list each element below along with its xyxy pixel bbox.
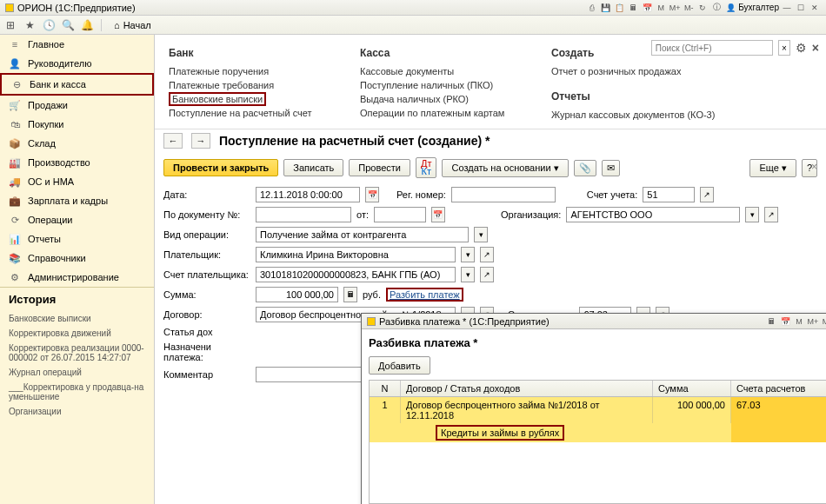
- calc2-icon[interactable]: 🖩: [343, 287, 357, 302]
- payer-open-icon[interactable]: ↗: [480, 247, 494, 262]
- sidebar-item-11[interactable]: 📚Справочники: [0, 249, 154, 268]
- conduct-close-button[interactable]: Провести и закрыть: [163, 159, 278, 176]
- add-button[interactable]: Добавить: [369, 356, 430, 375]
- sidebar-item-2[interactable]: ⊖Банк и касса: [0, 73, 154, 96]
- apps-icon[interactable]: ⊞: [3, 18, 17, 32]
- dlg-mm-icon[interactable]: М-: [821, 316, 826, 327]
- panel-close-icon[interactable]: ×: [812, 41, 819, 55]
- link-cash-out[interactable]: Выдача наличных (РКО): [360, 92, 508, 106]
- history-item-3[interactable]: Журнал операций: [9, 365, 145, 380]
- search-clear-icon[interactable]: ×: [778, 40, 790, 56]
- dlg-cal-icon[interactable]: 📅: [779, 316, 791, 327]
- calendar-picker-icon[interactable]: 📅: [365, 187, 379, 202]
- link-payment-requests[interactable]: Платежные требования: [169, 78, 316, 92]
- history-icon[interactable]: 🕓: [42, 18, 56, 32]
- window-close-icon[interactable]: ✕: [809, 3, 821, 13]
- history-item-1[interactable]: Корректировка движений: [9, 326, 145, 341]
- more-button[interactable]: Еще ▾: [749, 159, 796, 177]
- link-incoming-account[interactable]: Поступление на расчетный счет: [169, 106, 316, 120]
- dt-kt-icon[interactable]: ДтКт: [416, 157, 437, 178]
- mplus-icon[interactable]: М+: [669, 3, 681, 13]
- comment-label: Комментар: [163, 369, 250, 380]
- org-open-icon[interactable]: ↗: [764, 207, 778, 222]
- docnum-from-field[interactable]: [374, 207, 426, 222]
- date-picker-icon[interactable]: 📅: [431, 207, 445, 222]
- bell-icon[interactable]: 🔔: [80, 18, 94, 32]
- link-bank-statements[interactable]: Банковские выписки: [169, 92, 266, 106]
- dlg-mp-icon[interactable]: М+: [807, 316, 819, 327]
- m-icon[interactable]: М: [655, 3, 667, 13]
- user-icon[interactable]: 👤: [724, 3, 736, 13]
- acct-open-icon[interactable]: ↗: [700, 187, 714, 202]
- sidebar-item-5[interactable]: 📦Склад: [0, 134, 154, 153]
- link-retail-report[interactable]: Отчет о розничных продажах: [551, 64, 715, 78]
- sidebar-item-9[interactable]: ⟳Операции: [0, 210, 154, 229]
- refresh-icon[interactable]: ↻: [696, 3, 709, 13]
- mminus-icon[interactable]: М-: [683, 3, 695, 13]
- copy-icon[interactable]: 📋: [613, 3, 625, 13]
- print-icon[interactable]: ⎙: [585, 3, 597, 13]
- sidebar-item-6[interactable]: 🏭Производство: [0, 153, 154, 172]
- maximize-icon[interactable]: ☐: [795, 3, 807, 13]
- payer-field[interactable]: [256, 247, 456, 262]
- conduct-button[interactable]: Провести: [349, 159, 410, 176]
- history-item-4[interactable]: ___Корректировка у продавца-на уменьшени…: [9, 380, 145, 404]
- date-field[interactable]: [256, 187, 360, 202]
- search-icon[interactable]: 🔍: [61, 18, 75, 32]
- payer-dropdown-icon[interactable]: ▾: [461, 247, 475, 262]
- sidebar-item-10[interactable]: 📊Отчеты: [0, 229, 154, 249]
- sidebar-item-3[interactable]: 🛒Продажи: [0, 96, 154, 115]
- window-titlebar: ОРИОН (1С:Предприятие) ⎙ 💾 📋 🖩 📅 М М+ М-…: [0, 0, 826, 16]
- gear-icon[interactable]: ⚙: [796, 41, 807, 55]
- link-cash-in[interactable]: Поступление наличных (ПКО): [360, 78, 508, 92]
- nav-label: Продажи: [28, 100, 68, 110]
- dlg-m-icon[interactable]: М: [793, 316, 805, 327]
- reg-field[interactable]: [451, 187, 556, 202]
- link-payment-orders[interactable]: Платежные поручения: [169, 64, 316, 78]
- link-card-ops[interactable]: Операции по платежным картам: [360, 106, 508, 120]
- sidebar-item-7[interactable]: 🚚ОС и НМА: [0, 172, 154, 191]
- link-cash-journal[interactable]: Журнал кассовых документов (КО-3): [551, 108, 715, 122]
- history-item-5[interactable]: Организации: [9, 404, 145, 419]
- sum-field[interactable]: [256, 287, 338, 302]
- payer-acct-open-icon[interactable]: ↗: [480, 267, 494, 282]
- minimize-icon[interactable]: —: [781, 3, 793, 13]
- nav-forward-icon[interactable]: →: [191, 133, 210, 149]
- mail-icon[interactable]: ✉: [602, 160, 620, 176]
- table-row[interactable]: 1 Договор беспроцентного займа №1/2018 о…: [370, 397, 826, 423]
- sidebar-item-1[interactable]: 👤Руководителю: [0, 54, 154, 73]
- history-item-0[interactable]: Банковские выписки: [9, 311, 145, 326]
- acct-field[interactable]: [643, 187, 695, 202]
- doc-close-icon[interactable]: ×: [811, 161, 817, 173]
- org-dropdown-icon[interactable]: ▾: [745, 207, 759, 222]
- save-icon[interactable]: 💾: [599, 3, 611, 13]
- sidebar-item-0[interactable]: ≡Главное: [0, 35, 154, 54]
- nav-label: Руководителю: [28, 58, 91, 69]
- history-item-2[interactable]: Корректировка реализации 0000-000002 от …: [9, 341, 145, 365]
- payer-acct-dropdown-icon[interactable]: ▾: [461, 267, 475, 282]
- payer-acct-field[interactable]: [256, 267, 456, 282]
- dlg-calc-icon[interactable]: 🖩: [765, 316, 777, 327]
- sidebar-item-8[interactable]: 💼Зарплата и кадры: [0, 191, 154, 210]
- info-icon[interactable]: ⓘ: [710, 3, 723, 13]
- search-input[interactable]: [651, 40, 773, 56]
- nav-label: Покупки: [28, 119, 63, 129]
- table-row-sub[interactable]: Кредиты и займы в рублях: [370, 423, 826, 442]
- star-icon[interactable]: ★: [23, 18, 37, 32]
- org-field[interactable]: [566, 207, 740, 222]
- split-payment-link[interactable]: Разбить платеж: [386, 288, 463, 302]
- create-based-button[interactable]: Создать на основании ▾: [442, 159, 568, 177]
- optype-field[interactable]: [256, 227, 469, 242]
- nav-icon: 🛒: [9, 99, 21, 111]
- home-button[interactable]: ⌂ Начал: [109, 18, 157, 32]
- sidebar-item-12[interactable]: ⚙Администрирование: [0, 268, 154, 287]
- calc-icon[interactable]: 🖩: [627, 3, 639, 13]
- link-cash-docs[interactable]: Кассовые документы: [360, 64, 508, 78]
- nav-back-icon[interactable]: ←: [163, 133, 183, 149]
- attach-icon[interactable]: 📎: [574, 160, 596, 176]
- save-button[interactable]: Записать: [283, 159, 343, 176]
- docnum-field[interactable]: [256, 207, 351, 222]
- optype-dropdown-icon[interactable]: ▾: [474, 227, 488, 242]
- sidebar-item-4[interactable]: 🛍Покупки: [0, 115, 154, 134]
- calendar-icon[interactable]: 📅: [641, 3, 653, 13]
